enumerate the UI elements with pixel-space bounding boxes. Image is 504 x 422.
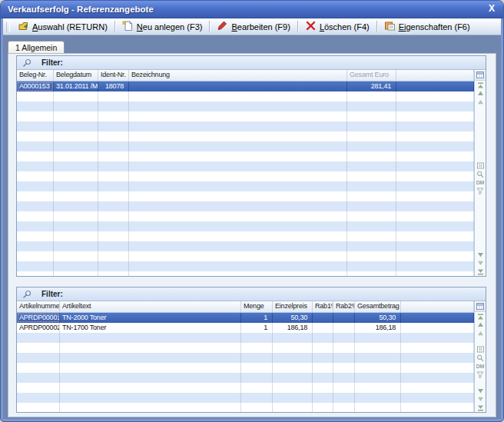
cell[interactable] (17, 333, 60, 343)
cell[interactable] (347, 191, 396, 201)
cell[interactable] (396, 141, 474, 151)
cell[interactable] (98, 101, 129, 111)
cell[interactable] (129, 201, 347, 211)
cell[interactable] (17, 373, 60, 383)
cell[interactable] (17, 251, 54, 261)
cell[interactable]: 31.01.2011 /Mo (54, 81, 98, 91)
titlebar[interactable]: Verkaufserfolg - Referenzangebote X (1, 1, 503, 18)
cell[interactable] (98, 211, 129, 221)
cell[interactable] (129, 141, 347, 151)
cell[interactable] (396, 221, 474, 231)
cell[interactable] (273, 403, 313, 412)
cell[interactable] (98, 171, 129, 181)
cell[interactable] (347, 231, 396, 241)
table-row[interactable] (17, 353, 474, 363)
cell[interactable] (355, 373, 401, 383)
table-row[interactable] (17, 121, 474, 131)
table-row[interactable] (17, 101, 474, 111)
page-up-icon[interactable] (476, 329, 485, 337)
new-button[interactable]: Neu anlegen (F3) (118, 19, 207, 34)
cell[interactable] (347, 261, 396, 271)
cell[interactable] (347, 111, 396, 121)
cell[interactable] (17, 181, 54, 191)
page-up-icon[interactable] (476, 98, 485, 106)
cell[interactable] (17, 101, 54, 111)
cell[interactable] (98, 201, 129, 211)
first-row-icon[interactable] (476, 81, 485, 89)
page-down-icon[interactable] (476, 395, 485, 404)
cell[interactable] (98, 191, 129, 201)
cell[interactable]: 281,41 (347, 81, 396, 91)
currency-dm-icon[interactable]: DM (476, 362, 485, 370)
cell[interactable] (98, 181, 129, 191)
first-row-icon[interactable] (476, 312, 485, 321)
cell[interactable] (98, 151, 129, 161)
cell[interactable] (396, 251, 474, 261)
cell[interactable] (54, 241, 98, 251)
table-row[interactable] (17, 181, 474, 191)
cell[interactable] (347, 121, 396, 131)
cell[interactable] (98, 121, 129, 131)
cell[interactable] (54, 151, 98, 161)
row-counter-icon[interactable] (476, 345, 485, 354)
cell[interactable] (17, 271, 54, 276)
cell[interactable] (129, 121, 347, 131)
cell[interactable] (347, 141, 396, 151)
table-row[interactable] (17, 271, 474, 276)
cell[interactable] (129, 161, 347, 171)
column-header[interactable]: Beleg-Nr. (17, 70, 54, 81)
cell[interactable] (396, 101, 474, 111)
cell[interactable] (396, 231, 474, 241)
table-row[interactable] (17, 261, 474, 271)
cell[interactable] (129, 131, 347, 141)
cell[interactable] (347, 151, 396, 161)
cell[interactable] (396, 161, 474, 171)
cell[interactable] (333, 383, 355, 393)
cell[interactable] (98, 111, 129, 121)
search-icon[interactable] (476, 354, 485, 362)
cell[interactable] (60, 383, 241, 393)
cell[interactable] (313, 323, 333, 333)
filter-funnel-icon[interactable] (476, 187, 485, 195)
cell[interactable] (313, 373, 333, 383)
cell[interactable] (17, 91, 54, 101)
row-up-icon[interactable] (476, 89, 485, 98)
cell[interactable]: TN-2000 Toner (60, 313, 241, 323)
cell[interactable] (54, 121, 98, 131)
cell[interactable] (355, 333, 401, 343)
cell[interactable] (396, 121, 474, 131)
cell[interactable] (98, 91, 129, 101)
cell[interactable] (17, 131, 54, 141)
cell[interactable] (54, 111, 98, 121)
search-icon[interactable] (476, 170, 485, 178)
tab-allgemein[interactable]: 1 Allgemein (8, 41, 65, 54)
table-row[interactable] (17, 91, 474, 101)
cell[interactable] (98, 251, 129, 261)
cell[interactable] (17, 261, 54, 271)
cell[interactable] (401, 343, 474, 353)
table-row[interactable] (17, 201, 474, 211)
cell[interactable] (355, 403, 401, 412)
cell[interactable] (54, 201, 98, 211)
table-row[interactable] (17, 393, 474, 403)
cell[interactable] (401, 333, 474, 343)
select-button[interactable]: Auswahl (RETURN) (13, 19, 112, 34)
cell[interactable] (401, 353, 474, 363)
cell[interactable] (60, 403, 241, 412)
cell[interactable] (313, 313, 333, 323)
cell[interactable] (396, 181, 474, 191)
cell[interactable]: 186,18 (273, 323, 313, 333)
cell[interactable] (98, 141, 129, 151)
cell[interactable] (17, 161, 54, 171)
cell[interactable] (17, 403, 60, 412)
cell[interactable] (60, 353, 241, 363)
cell[interactable] (54, 101, 98, 111)
offers-filter-bar[interactable]: Filter: (17, 56, 486, 70)
cell[interactable] (17, 221, 54, 231)
cell[interactable] (333, 373, 355, 383)
cell[interactable] (241, 393, 273, 403)
properties-button[interactable]: Eigenschaften (F6) (380, 19, 475, 34)
cell[interactable]: A0000153 (17, 81, 54, 91)
cell[interactable] (129, 211, 347, 221)
cell[interactable] (129, 191, 347, 201)
